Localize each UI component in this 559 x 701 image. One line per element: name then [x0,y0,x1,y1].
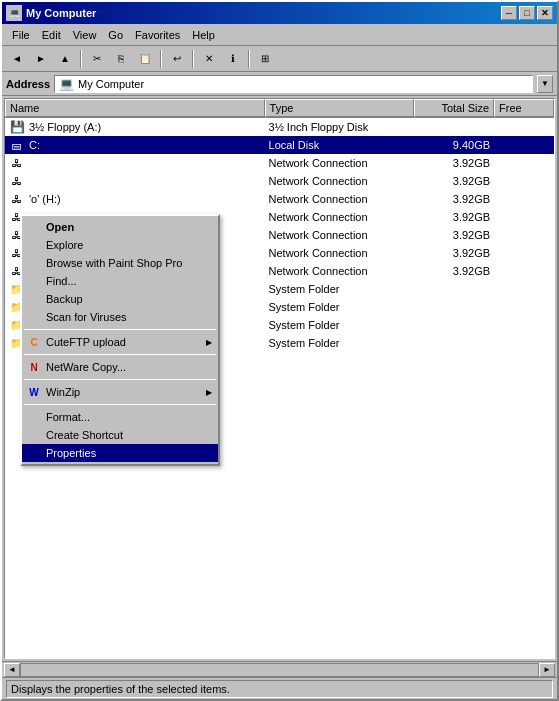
cell-name-2: 🖧 [5,154,265,172]
table-row[interactable]: 🖴 C: Local Disk 9.40GB [5,136,554,154]
address-input[interactable]: 💻 My Computer [54,75,533,93]
ctx-sep-2 [24,354,216,355]
cell-type-2: Network Connection [265,156,415,170]
cell-type-11: System Folder [265,318,415,332]
ctx-browse-psp[interactable]: Browse with Paint Shop Pro [22,254,218,272]
cell-type-9: System Folder [265,282,415,296]
cell-total-2: 3.92GB [414,156,494,170]
ctx-properties[interactable]: Properties [22,444,218,462]
cell-total-6: 3.92GB [414,228,494,242]
col-header-free[interactable]: Free [494,99,554,117]
properties-button[interactable]: ℹ [222,49,244,69]
hdd-icon: 🖴 [9,137,25,153]
cuteftp-icon: C [26,334,42,350]
table-row[interactable]: 🖧 'o' (H:) Network Connection 3.92GB [5,190,554,208]
up-button[interactable]: ▲ [54,49,76,69]
cell-free-6 [494,234,554,236]
cell-type-7: Network Connection [265,246,415,260]
cut-button[interactable]: ✂ [86,49,108,69]
cell-type-8: Network Connection [265,264,415,278]
window-title: My Computer [26,7,96,19]
ctx-format[interactable]: Format... [22,408,218,426]
col-header-name[interactable]: Name [5,99,265,117]
views-button[interactable]: ⊞ [254,49,276,69]
ctx-backup[interactable]: Backup [22,290,218,308]
title-bar-left: 💻 My Computer [6,5,96,21]
ctx-cuteftp[interactable]: C CuteFTP upload [22,333,218,351]
close-button[interactable]: ✕ [537,6,553,20]
scrollbar-horizontal[interactable]: ◄ ► [2,661,557,677]
cell-free-0 [494,126,554,128]
cell-total-1: 9.40GB [414,138,494,152]
cell-free-2 [494,162,554,164]
cell-free-10 [494,306,554,308]
ctx-sep-3 [24,379,216,380]
cell-name-1: 🖴 C: [5,136,265,154]
cell-type-0: 3½ Inch Floppy Disk [265,120,415,134]
ctx-sep-4 [24,404,216,405]
ctx-sep-1 [24,329,216,330]
menu-go[interactable]: Go [102,27,129,43]
cell-free-11 [494,324,554,326]
cell-free-8 [494,270,554,272]
back-button[interactable]: ◄ [6,49,28,69]
cell-type-3: Network Connection [265,174,415,188]
table-row[interactable]: 💾 3½ Floppy (A:) 3½ Inch Floppy Disk [5,118,554,136]
ctx-netware[interactable]: N NetWare Copy... [22,358,218,376]
cell-total-5: 3.92GB [414,210,494,224]
toolbar: ◄ ► ▲ ✂ ⎘ 📋 ↩ ✕ ℹ ⊞ [2,46,557,72]
menu-file[interactable]: File [6,27,36,43]
status-bar: Displays the properties of the selected … [2,677,557,699]
table-row[interactable]: 🖧 Network Connection 3.92GB [5,172,554,190]
cell-type-10: System Folder [265,300,415,314]
cell-free-1 [494,144,554,146]
table-row[interactable]: 🖧 Network Connection 3.92GB [5,154,554,172]
address-label: Address [6,78,50,90]
cell-free-5 [494,216,554,218]
col-header-type[interactable]: Type [265,99,415,117]
toolbar-sep-2 [160,50,162,68]
toolbar-sep-1 [80,50,82,68]
scroll-track[interactable] [20,663,539,677]
ctx-winzip[interactable]: W WinZip [22,383,218,401]
content-area: Name Type Total Size Free 💾 3½ Floppy (A… [4,98,555,659]
cell-name-3: 🖧 [5,172,265,190]
ctx-explore[interactable]: Explore [22,236,218,254]
cell-name-0: 💾 3½ Floppy (A:) [5,118,265,136]
cell-free-12 [494,342,554,344]
address-dropdown[interactable]: ▼ [537,75,553,93]
menu-bar: File Edit View Go Favorites Help [2,24,557,46]
menu-help[interactable]: Help [186,27,221,43]
menu-favorites[interactable]: Favorites [129,27,186,43]
ctx-find[interactable]: Find... [22,272,218,290]
paste-button[interactable]: 📋 [134,49,156,69]
cell-type-1: Local Disk [265,138,415,152]
menu-edit[interactable]: Edit [36,27,67,43]
ctx-scan[interactable]: Scan for Viruses [22,308,218,326]
menu-view[interactable]: View [67,27,103,43]
cell-total-11 [414,324,494,326]
cell-free-7 [494,252,554,254]
winzip-icon: W [26,384,42,400]
scroll-left-button[interactable]: ◄ [4,663,20,677]
maximize-button[interactable]: □ [519,6,535,20]
forward-button[interactable]: ► [30,49,52,69]
cell-type-5: Network Connection [265,210,415,224]
cell-total-4: 3.92GB [414,192,494,206]
minimize-button[interactable]: ─ [501,6,517,20]
delete-button[interactable]: ✕ [198,49,220,69]
cell-free-4 [494,198,554,200]
title-bar: 💻 My Computer ─ □ ✕ [2,2,557,24]
main-window: 💻 My Computer ─ □ ✕ File Edit View Go Fa… [0,0,559,701]
ctx-open[interactable]: Open [22,218,218,236]
scroll-right-button[interactable]: ► [539,663,555,677]
toolbar-sep-3 [192,50,194,68]
netware-icon: N [26,359,42,375]
ctx-create-shortcut[interactable]: Create Shortcut [22,426,218,444]
col-header-total[interactable]: Total Size [414,99,494,117]
cell-type-12: System Folder [265,336,415,350]
copy-button[interactable]: ⎘ [110,49,132,69]
address-value: My Computer [78,78,144,90]
undo-button[interactable]: ↩ [166,49,188,69]
cell-total-8: 3.92GB [414,264,494,278]
